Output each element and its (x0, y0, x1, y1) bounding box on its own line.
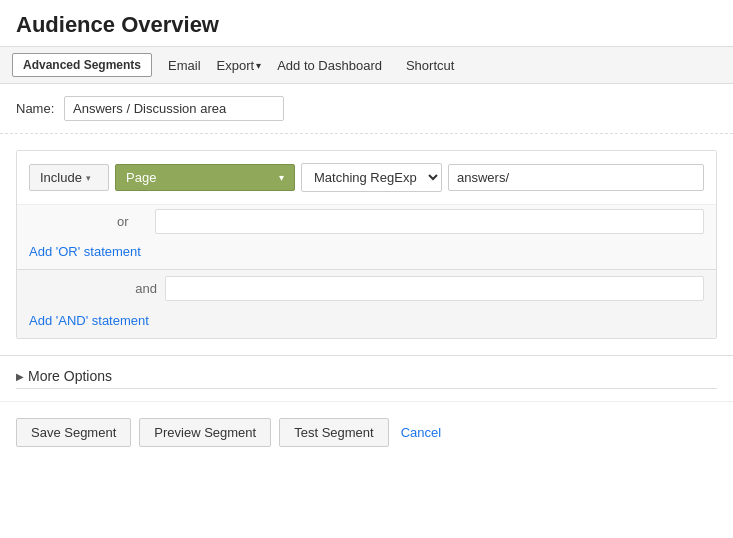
save-segment-button[interactable]: Save Segment (16, 418, 131, 447)
include-arrow-icon: ▾ (86, 173, 91, 183)
test-segment-button[interactable]: Test Segment (279, 418, 389, 447)
page-label: Page (126, 170, 156, 185)
more-options-divider (16, 388, 717, 389)
more-options-arrow-icon: ▶ (16, 371, 24, 382)
condition-value-input[interactable] (448, 164, 704, 191)
condition-row: Include ▾ Page ▾ Matching RegExp (17, 151, 716, 204)
add-to-dashboard-button[interactable]: Add to Dashboard (269, 54, 390, 77)
more-options-section: ▶ More Options (0, 355, 733, 401)
include-dropdown[interactable]: Include ▾ (29, 164, 109, 191)
or-row: or (17, 204, 716, 238)
include-label: Include (40, 170, 82, 185)
matching-type-select[interactable]: Matching RegExp (301, 163, 442, 192)
page-title: Audience Overview (0, 0, 733, 46)
footer: Save Segment Preview Segment Test Segmen… (0, 401, 733, 463)
and-label: and (117, 281, 157, 296)
cancel-link[interactable]: Cancel (401, 425, 441, 440)
advanced-segments-button[interactable]: Advanced Segments (12, 53, 152, 77)
more-options-label-text: More Options (28, 368, 112, 384)
email-button[interactable]: Email (160, 54, 209, 77)
segment-builder: Include ▾ Page ▾ Matching RegExp or Add … (16, 150, 717, 339)
or-label: or (117, 214, 147, 229)
add-and-section: Add 'AND' statement (17, 307, 716, 338)
and-input[interactable] (165, 276, 704, 301)
segment-name-input[interactable] (64, 96, 284, 121)
export-menu[interactable]: Export ▾ (217, 58, 262, 73)
page-dimension-dropdown[interactable]: Page ▾ (115, 164, 295, 191)
or-input[interactable] (155, 209, 704, 234)
add-or-link[interactable]: Add 'OR' statement (29, 244, 141, 259)
export-label: Export (217, 58, 255, 73)
more-options-toggle[interactable]: ▶ More Options (16, 368, 717, 384)
page-arrow-icon: ▾ (279, 172, 284, 183)
and-row: and (17, 270, 716, 307)
shortcut-button[interactable]: Shortcut (398, 54, 462, 77)
preview-segment-button[interactable]: Preview Segment (139, 418, 271, 447)
add-or-section: Add 'OR' statement (17, 238, 716, 269)
export-arrow-icon: ▾ (256, 60, 261, 71)
toolbar: Advanced Segments Email Export ▾ Add to … (0, 46, 733, 84)
add-and-link[interactable]: Add 'AND' statement (29, 313, 149, 328)
name-row: Name: (0, 84, 733, 134)
and-section: and Add 'AND' statement (17, 269, 716, 338)
name-label: Name: (16, 101, 56, 116)
